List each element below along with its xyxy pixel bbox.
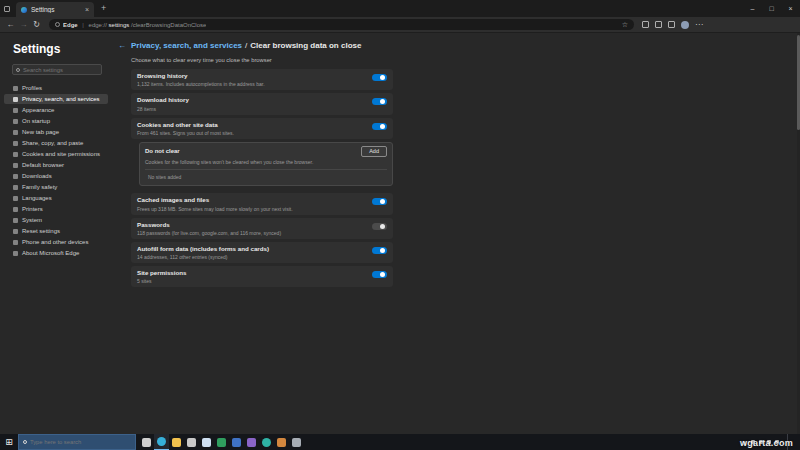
sidebar-item-share-copy-paste[interactable]: Share, copy, and paste [4,138,108,148]
browser-tab-settings[interactable]: Settings × [16,2,94,17]
settings-search-input[interactable] [23,67,98,73]
cached-images-toggle[interactable] [372,198,387,205]
download-history-toggle[interactable] [372,98,387,105]
add-site-button[interactable]: Add [361,146,387,157]
do-not-clear-description: Cookies for the following sites won't be… [145,159,387,170]
taskbar-app-7[interactable] [229,434,244,450]
microsoft-store-icon [187,438,196,447]
extensions-icon[interactable] [668,21,675,28]
search-icon [16,68,20,72]
autofill-toggle[interactable] [372,247,387,254]
tab-actions-icon [4,6,10,12]
favorites-star-icon[interactable]: ☆ [622,21,628,29]
row-site-permissions: Site permissions 5 sites [131,266,393,287]
setting-description: 28 items [137,106,366,112]
sidebar-item-default-browser[interactable]: Default browser [4,160,108,170]
sidebar-item-profiles[interactable]: Profiles [4,83,108,93]
sidebar-item-label: Appearance [22,107,54,113]
setting-title: Passwords [137,221,366,229]
settings-menu-button[interactable]: ⋯ [695,20,703,29]
app-teal-icon [262,438,271,447]
settings-search-box[interactable] [12,64,102,75]
maximize-button[interactable]: □ [762,0,781,17]
sidebar-item-phone-other-devices[interactable]: Phone and other devices [4,237,108,247]
toggle-knob [380,124,385,129]
sidebar-item-printers[interactable]: Printers [4,204,108,214]
breadcrumb-parent-link[interactable]: Privacy, search, and services [131,41,242,50]
profile-avatar[interactable] [681,21,689,29]
browser-titlebar: Settings × + – □ × [0,0,800,17]
sidebar-item-appearance[interactable]: Appearance [4,105,108,115]
page-subtitle: Choose what to clear every time you clos… [131,57,794,63]
sidebar-item-label: Phone and other devices [22,239,88,245]
url-divider: | [82,22,84,28]
setting-title: Download history [137,96,366,104]
sidebar-item-new-tab-page[interactable]: New tab page [4,127,108,137]
taskbar-app-file-explorer[interactable] [169,434,184,450]
collections-icon[interactable] [655,21,662,28]
sidebar-item-cookies-site-permissions[interactable]: Cookies and site permissions [4,149,108,159]
sidebar-item-on-startup[interactable]: On startup [4,116,108,126]
taskbar-app-store[interactable] [184,434,199,450]
close-button[interactable]: × [781,0,800,17]
forward-button[interactable]: → [17,21,30,29]
default-browser-icon [13,163,18,168]
taskbar-app-8[interactable] [244,434,259,450]
sidebar-item-label: Family safety [22,184,57,190]
sidebar-item-label: Profiles [22,85,42,91]
taskbar-app-edge[interactable] [154,434,169,450]
row-autofill-form-data: Autofill form data (includes forms and c… [131,242,393,263]
setting-title: Autofill form data (includes forms and c… [137,245,366,253]
taskbar-app-mail[interactable] [199,434,214,450]
page-title: Settings [13,42,112,56]
breadcrumb-back-icon[interactable]: ← [118,41,126,50]
edge-icon [157,437,166,446]
url-host: settings [109,22,130,28]
cookies-icon [13,152,18,157]
back-button[interactable]: ← [4,21,17,29]
sidebar-item-family-safety[interactable]: Family safety [4,182,108,192]
taskbar-app-11[interactable] [289,434,304,450]
browsing-history-toggle[interactable] [372,74,387,81]
favorites-icon[interactable] [642,21,649,28]
app-gray-icon [292,438,301,447]
settings-sidebar: Settings Profiles Privacy, search, and s… [0,33,112,434]
tab-actions-button[interactable] [0,0,14,17]
taskbar-app-task-view[interactable] [139,434,154,450]
clear-data-list: Browsing history 1,132 items. Includes a… [131,69,393,287]
minimize-button[interactable]: – [743,0,762,17]
page-info-icon[interactable] [55,22,60,27]
refresh-button[interactable]: ↻ [30,21,43,29]
tab-close-icon[interactable]: × [85,6,89,13]
cookies-toggle[interactable] [372,123,387,130]
sidebar-item-system[interactable]: System [4,215,108,225]
setting-description: From 461 sites. Signs you out of most si… [137,130,366,136]
toggle-knob [380,199,385,204]
taskbar-search-box[interactable] [18,434,136,450]
about-edge-icon [13,251,18,256]
do-not-clear-title: Do not clear [145,148,361,154]
sidebar-item-label: Share, copy, and paste [22,140,83,146]
setting-description: 118 passwords (for live.com, google.com,… [137,230,366,236]
do-not-clear-panel: Do not clear Add Cookies for the followi… [139,142,393,187]
taskbar-app-9[interactable] [259,434,274,450]
sidebar-item-reset-settings[interactable]: Reset settings [4,226,108,236]
taskbar-app-10[interactable] [274,434,289,450]
breadcrumb: ← Privacy, search, and services / Clear … [118,41,794,50]
passwords-toggle[interactable] [372,223,387,230]
taskbar-search-input[interactable] [30,439,131,445]
taskbar-app-6[interactable] [214,434,229,450]
sidebar-item-privacy-search-services[interactable]: Privacy, search, and services [4,94,108,104]
sidebar-item-label: Reset settings [22,228,60,234]
address-bar[interactable]: Edge | edge:// settings /clearBrowsingDa… [49,19,634,30]
appearance-icon [13,108,18,113]
new-tab-button[interactable]: + [101,4,106,13]
row-passwords: Passwords 118 passwords (for live.com, g… [131,218,393,239]
sidebar-item-downloads[interactable]: Downloads [4,171,108,181]
sidebar-item-about-edge[interactable]: About Microsoft Edge [4,248,108,258]
taskbar-search-icon [23,440,27,444]
start-button[interactable]: ⊞ [0,438,18,447]
sidebar-item-languages[interactable]: Languages [4,193,108,203]
site-permissions-toggle[interactable] [372,271,387,278]
edge-favicon-icon [21,7,27,13]
